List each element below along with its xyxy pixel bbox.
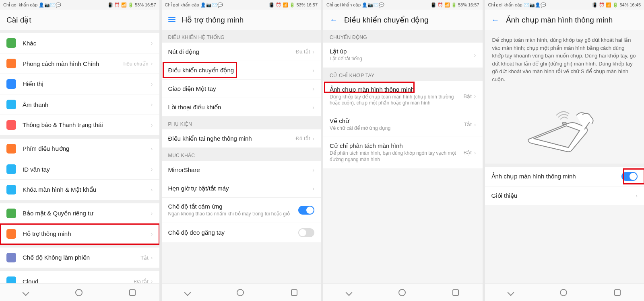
motion-control-list[interactable]: CHUYỂN ĐỘNGLật úpLật để tắt tiếng›CỬ CHỈ… xyxy=(323,30,483,283)
nav-back-button[interactable] xyxy=(507,289,514,296)
row-value: Bật xyxy=(464,149,472,156)
settings-row[interactable]: Cloud Đã tắt › xyxy=(0,271,159,283)
row-label: Điều khiển chuyển động xyxy=(168,67,313,74)
nav-recent-button[interactable] xyxy=(129,289,136,296)
row-icon xyxy=(6,229,16,239)
chevron-icon: › xyxy=(474,121,476,128)
page-title: Ảnh chụp màn hình thông minh xyxy=(506,15,613,25)
list-row[interactable]: Lật úpLật để tắt tiếng› xyxy=(323,43,483,68)
chevron-icon: › xyxy=(312,135,314,142)
chevron-icon: › xyxy=(474,149,476,156)
nav-bar xyxy=(485,283,644,301)
nav-bar xyxy=(0,283,159,301)
row-label: Âm thanh xyxy=(23,101,151,108)
nav-recent-button[interactable] xyxy=(291,289,297,296)
nav-home-button[interactable] xyxy=(75,289,83,296)
row-label: Hẹn giờ tự bật/tắt máy xyxy=(168,185,313,192)
settings-row[interactable]: Thông báo & Thanh trạng thái › xyxy=(0,115,159,135)
settings-row[interactable]: Khóa màn hình & Mật khẩu › xyxy=(0,180,159,200)
settings-list[interactable]: Khác › Phong cách màn hình Chính Tiêu ch… xyxy=(0,30,159,283)
chevron-icon: › xyxy=(151,101,153,108)
nav-back-button[interactable] xyxy=(23,289,29,296)
nav-back-button[interactable] xyxy=(346,289,353,296)
settings-row[interactable]: ID vân tay › xyxy=(0,159,159,180)
row-subtitle: Ngăn không thao tác nhầm khi bỏ máy tron… xyxy=(168,211,299,217)
nav-recent-button[interactable] xyxy=(452,289,459,296)
row-value: Tắt xyxy=(464,121,472,127)
row-subtitle: Lật để tắt tiếng xyxy=(330,56,474,62)
smart-assist-list[interactable]: ĐIỀU KHIỂN HỆ THỐNGNút di độngĐã tắt›Điề… xyxy=(162,30,321,283)
nav-home-button[interactable] xyxy=(560,289,567,296)
section-header: MỤC KHÁC xyxy=(162,148,321,161)
nav-recent-button[interactable] xyxy=(614,289,621,296)
chevron-icon: › xyxy=(312,67,314,74)
description-text: Để chụp toàn màn hình, dùng khớp tay gõ … xyxy=(485,30,644,87)
row-label: MirrorShare xyxy=(168,166,313,173)
list-row[interactable]: Ảnh chụp màn hình thông minhDùng khớp ta… xyxy=(323,81,483,112)
list-row[interactable]: Giao diện Một tay› xyxy=(162,80,321,98)
row-label: Lời thoại điều khiển xyxy=(168,104,313,111)
page-title: Hỗ trợ thông minh xyxy=(182,15,244,25)
status-icons-right: 📳 ⏰ 📶 🔋 xyxy=(107,2,134,8)
settings-row[interactable]: Chế độ Không làm phiền Tắt › xyxy=(0,248,159,268)
smart-screenshot-toggle[interactable] xyxy=(621,172,638,181)
list-row[interactable]: Điều khiển tai nghe thông minhĐã tắt› xyxy=(162,129,321,148)
list-row[interactable]: Điều khiển chuyển động› xyxy=(162,61,321,80)
chevron-icon: › xyxy=(312,49,314,55)
settings-row[interactable]: Phím điều hướng › xyxy=(0,139,159,159)
row-label: Điều khiển tai nghe thông minh xyxy=(168,135,296,142)
row-subtitle: Dùng khớp tay để chụp toàn màn hình (chụ… xyxy=(330,94,464,106)
section-header: ĐIỀU KHIỂN HỆ THỐNG xyxy=(162,30,321,43)
menu-icon[interactable] xyxy=(168,17,175,22)
row-label: Thông báo & Thanh trạng thái xyxy=(23,121,151,129)
settings-row[interactable]: Bảo mật & Quyền riêng tư › xyxy=(0,203,159,224)
row-label: Khóa màn hình & Mật khẩu xyxy=(23,186,151,193)
list-row[interactable]: Lời thoại điều khiển› xyxy=(162,98,321,117)
list-row[interactable]: Vẽ chữVẽ chữ cái để mở ứng dụngTắt› xyxy=(323,112,483,137)
back-icon[interactable]: ← xyxy=(491,15,500,25)
list-row[interactable]: Nút di độngĐã tắt› xyxy=(162,43,321,61)
list-row[interactable]: Cử chỉ phân tách màn hìnhĐể phân tách mà… xyxy=(323,137,483,168)
section-header: CHUYỂN ĐỘNG xyxy=(323,30,483,43)
list-row[interactable]: Chế độ tắt cảm ứngNgăn không thao tác nh… xyxy=(162,198,321,223)
chevron-icon: › xyxy=(151,60,153,67)
status-battery: 53% xyxy=(135,2,144,7)
chevron-icon: › xyxy=(312,185,314,192)
toggle[interactable] xyxy=(298,228,314,237)
row-label: Khác xyxy=(23,40,151,47)
row-label: Bảo mật & Quyền riêng tư xyxy=(23,210,151,217)
status-bar: Chỉ gọi khẩn cấp 👤📷✉️💬 📳 ⏰ 📶 🔋53% 16:57 xyxy=(323,0,483,10)
header: Hỗ trợ thông minh xyxy=(162,10,321,30)
nav-back-button[interactable] xyxy=(184,289,191,296)
row-value: Đã tắt xyxy=(296,49,310,55)
list-row[interactable]: Chế độ đeo găng tay xyxy=(162,223,321,242)
row-icon xyxy=(6,144,16,154)
settings-row[interactable]: Khác › xyxy=(0,33,159,53)
row-value: Đã tắt xyxy=(134,278,148,284)
row-value: Tiêu chuẩn xyxy=(122,61,149,67)
header: ← Điều khiển chuyển động xyxy=(323,10,483,30)
settings-row[interactable]: Âm thanh › xyxy=(0,94,159,115)
smart-screenshot-toggle-row[interactable]: Ảnh chụp màn hình thông minh xyxy=(485,167,644,186)
chevron-icon: › xyxy=(151,186,153,193)
list-row[interactable]: Hẹn giờ tự bật/tắt máy› xyxy=(162,179,321,198)
settings-row[interactable]: Hỗ trợ thông minh › xyxy=(0,224,159,244)
about-row[interactable]: Giới thiệu › xyxy=(485,186,644,205)
list-row[interactable]: MirrorShare› xyxy=(162,161,321,179)
chevron-icon: › xyxy=(636,192,638,199)
row-value: Đã tắt xyxy=(296,135,310,141)
nav-bar xyxy=(162,283,321,301)
chevron-icon: › xyxy=(312,167,314,173)
settings-row[interactable]: Phong cách màn hình Chính Tiêu chuẩn › xyxy=(0,53,159,74)
toggle[interactable] xyxy=(298,206,314,215)
nav-home-button[interactable] xyxy=(398,289,406,296)
chevron-icon: › xyxy=(151,254,153,261)
settings-row[interactable]: Hiển thị › xyxy=(0,74,159,94)
row-icon xyxy=(6,59,16,68)
back-icon[interactable]: ← xyxy=(330,15,338,25)
nav-home-button[interactable] xyxy=(237,289,244,296)
screen-smart-screenshot: Chỉ gọi khẩn cấp ✉️📷👤💬 📳 ⏰ 📶 🔋54% 16:45 … xyxy=(485,0,644,301)
chevron-icon: › xyxy=(151,122,153,128)
row-icon xyxy=(6,185,16,195)
chevron-icon: › xyxy=(312,104,314,111)
